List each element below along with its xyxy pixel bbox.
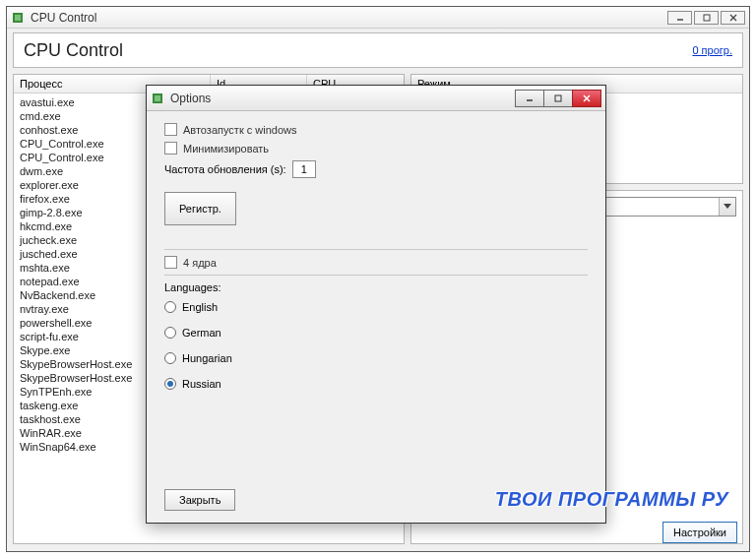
four-cores-label: 4 ядра [183, 257, 217, 269]
header-panel: CPU Control 0 прогр. [13, 32, 743, 68]
lang-german-label: German [182, 327, 221, 339]
autostart-checkbox[interactable] [164, 123, 177, 136]
svg-rect-1 [15, 15, 21, 21]
options-title: Options [170, 92, 211, 105]
lang-english-radio[interactable] [164, 301, 176, 313]
lang-russian-label: Russian [182, 378, 221, 390]
lang-english-label: English [182, 301, 218, 313]
lang-russian-row[interactable]: Russian [164, 378, 588, 390]
four-cores-row[interactable]: 4 ядра [164, 256, 588, 269]
four-cores-checkbox[interactable] [164, 256, 177, 269]
divider-2 [164, 275, 588, 276]
svg-rect-10 [555, 95, 561, 101]
options-minimize-button[interactable] [515, 90, 544, 107]
minimize-button[interactable] [667, 11, 692, 25]
options-dialog: Options Автозапустк c windows Минимизиро… [146, 85, 606, 524]
svg-rect-3 [704, 15, 710, 21]
minimize-checkbox[interactable] [164, 142, 177, 155]
svg-marker-6 [724, 204, 731, 209]
autostart-label: Автозапустк c windows [183, 124, 297, 136]
main-title: CPU Control [31, 11, 96, 25]
lang-english-row[interactable]: English [164, 301, 588, 313]
options-titlebar: Options [147, 86, 605, 111]
lang-hungarian-row[interactable]: Hungarian [164, 352, 588, 364]
options-close-button[interactable]: Закрыть [164, 489, 235, 511]
minimize-checkbox-row[interactable]: Минимизировать [164, 142, 588, 155]
app-icon [11, 11, 25, 25]
options-maximize-button[interactable] [543, 90, 573, 107]
lang-hungarian-radio[interactable] [164, 352, 176, 364]
lang-hungarian-label: Hungarian [182, 352, 232, 364]
register-button[interactable]: Регистр. [164, 192, 236, 225]
watermark: ТВОИ ПРОГРАММЫ РУ [495, 488, 728, 511]
lang-russian-radio[interactable] [164, 378, 176, 390]
main-titlebar: CPU Control [7, 7, 749, 29]
svg-rect-8 [155, 95, 160, 101]
maximize-button[interactable] [694, 11, 719, 25]
main-close-button[interactable] [721, 11, 745, 25]
minimize-label: Минимизировать [183, 143, 269, 155]
page-title: CPU Control [24, 40, 123, 61]
programs-link[interactable]: 0 прогр. [692, 44, 732, 56]
chevron-down-icon [719, 198, 735, 216]
languages-label: Languages: [164, 281, 588, 293]
lang-german-radio[interactable] [164, 327, 176, 339]
settings-button[interactable]: Настройки [662, 522, 737, 543]
frequency-label: Частота обновления (s): [164, 163, 286, 175]
autostart-checkbox-row[interactable]: Автозапустк c windows [164, 123, 588, 136]
divider [164, 249, 588, 250]
options-icon [151, 92, 164, 105]
lang-german-row[interactable]: German [164, 327, 588, 339]
frequency-row: Частота обновления (s): [164, 160, 588, 178]
options-close-x-button[interactable] [572, 90, 601, 107]
frequency-input[interactable] [292, 160, 316, 178]
